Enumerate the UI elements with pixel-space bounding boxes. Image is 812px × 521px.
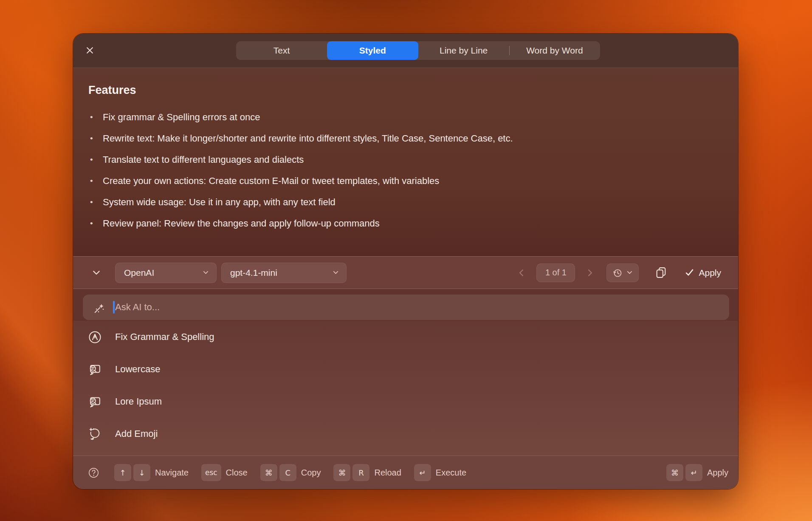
text-bubble-search-icon <box>88 362 102 377</box>
shortcut-close: escClose <box>201 464 248 481</box>
provider-dropdown[interactable]: OpenAI <box>115 263 217 283</box>
collapse-button[interactable] <box>91 268 102 278</box>
checkmark-icon <box>685 268 694 277</box>
shortcut-label: Copy <box>301 468 321 478</box>
help-button[interactable] <box>88 467 99 479</box>
apply-shortcut-hint: ⌘↵Apply <box>666 464 728 481</box>
chevron-down-icon <box>626 269 633 276</box>
features-section: Features Fix grammar & Spelling errors a… <box>73 68 738 256</box>
tab-text[interactable]: Text <box>236 41 327 60</box>
text-caret <box>113 301 115 314</box>
keycap: ⌘ <box>333 464 350 481</box>
status-bar: ↑↓NavigateescClose⌘CCopy⌘RReload↵Execute… <box>73 456 738 489</box>
keycap: ⌘ <box>260 464 277 481</box>
action-item[interactable]: Fix Grammar & Spelling <box>73 321 738 353</box>
keycap: ↑ <box>114 464 131 481</box>
action-label: Add Emoji <box>115 428 158 439</box>
shortcut-reload: ⌘RReload <box>333 464 401 481</box>
action-list: Fix Grammar & SpellingLowercaseLore Ipsu… <box>73 321 738 456</box>
tab-word-by-word[interactable]: Word by Word <box>509 41 600 60</box>
keycap: C <box>279 464 296 481</box>
shortcut-navigate: ↑↓Navigate <box>114 464 189 481</box>
prompt-zone: Ask AI to... <box>73 289 738 321</box>
feature-bullet: Create your own actions: Create custom E… <box>88 170 719 192</box>
feature-bullet: Translate text to different languages an… <box>88 149 719 170</box>
previous-result-button[interactable] <box>517 268 526 277</box>
feature-bullet: Rewrite text: Make it longer/shorter and… <box>88 128 719 149</box>
history-dropdown[interactable] <box>606 263 639 282</box>
keycap: ↵ <box>414 464 431 481</box>
text-bubble-search-icon <box>88 395 102 409</box>
chevron-down-icon <box>91 268 102 278</box>
keycap: ↵ <box>685 464 702 481</box>
action-label: Lowercase <box>115 364 160 375</box>
view-mode-tabs: TextStyledLine by LineWord by Word <box>236 41 600 60</box>
close-button[interactable] <box>84 45 95 57</box>
action-item[interactable]: Add Emoji <box>73 418 738 450</box>
toolbar-right-group: 1 of 1 Apply <box>517 263 721 282</box>
tab-line-by-line[interactable]: Line by Line <box>418 41 509 60</box>
chevron-down-icon <box>202 269 209 276</box>
features-title: Features <box>88 83 719 97</box>
action-item[interactable]: Lowercase <box>73 353 738 385</box>
keycap: ⌘ <box>666 464 683 481</box>
provider-label: OpenAI <box>124 268 154 278</box>
window-header: TextStyledLine by LineWord by Word <box>73 34 738 68</box>
prompt-input[interactable]: Ask AI to... <box>83 294 729 320</box>
next-result-button[interactable] <box>585 268 595 277</box>
shortcut-copy: ⌘CCopy <box>260 464 321 481</box>
shortcut-label: Reload <box>374 468 401 478</box>
apply-label: Apply <box>699 268 721 278</box>
prompt-placeholder: Ask AI to... <box>115 302 160 313</box>
action-label: Fix Grammar & Spelling <box>115 331 214 343</box>
shortcut-label: Close <box>226 468 248 478</box>
model-toolbar: OpenAI gpt-4.1-mini 1 of 1 <box>73 256 738 289</box>
model-dropdown[interactable]: gpt-4.1-mini <box>221 263 347 283</box>
shortcut-apply: ⌘↵Apply <box>666 464 728 481</box>
chevron-right-icon <box>585 268 595 277</box>
help-icon <box>88 467 99 479</box>
feature-bullet: System wide usage: Use it in any app, wi… <box>88 192 719 213</box>
tab-styled[interactable]: Styled <box>327 41 418 60</box>
magic-wand-icon <box>93 301 106 314</box>
keycap: R <box>352 464 369 481</box>
copy-icon <box>654 266 668 279</box>
features-list: Fix grammar & Spelling errors at onceRew… <box>88 107 719 234</box>
desktop: TextStyledLine by LineWord by Word Featu… <box>0 0 812 521</box>
action-label: Lore Ipsum <box>115 396 162 407</box>
history-icon <box>612 267 623 278</box>
shortcut-label: Execute <box>436 468 466 478</box>
close-icon <box>85 45 95 55</box>
feature-bullet: Review panel: Review the changes and app… <box>88 213 719 234</box>
keycap: ↓ <box>133 464 150 481</box>
chevron-left-icon <box>517 268 526 277</box>
shortcut-execute: ↵Execute <box>414 464 466 481</box>
shortcut-hints: ↑↓NavigateescClose⌘CCopy⌘RReload↵Execute <box>99 464 466 481</box>
chevron-down-icon <box>332 269 339 276</box>
apply-button[interactable]: Apply <box>685 268 721 278</box>
ai-command-window: TextStyledLine by LineWord by Word Featu… <box>73 34 738 489</box>
shortcut-label: Navigate <box>155 468 189 478</box>
feature-bullet: Fix grammar & Spelling errors at once <box>88 107 719 128</box>
page-indicator: 1 of 1 <box>536 263 575 282</box>
emoji-sparkle-icon <box>88 427 102 441</box>
grammar-check-icon <box>88 330 102 344</box>
copy-result-button[interactable] <box>654 266 668 280</box>
model-label: gpt-4.1-mini <box>230 268 277 278</box>
shortcut-label: Apply <box>707 468 728 478</box>
keycap: esc <box>201 464 221 481</box>
action-item[interactable]: Lore Ipsum <box>73 385 738 418</box>
